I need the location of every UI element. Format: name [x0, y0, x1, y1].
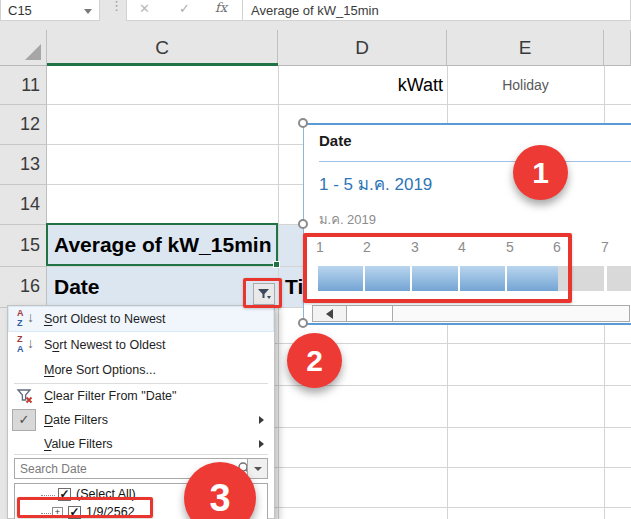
row-header-13[interactable]: 13 [0, 144, 40, 184]
menu-item-sort-newest[interactable]: ZA↓ Sort Newest to Oldest [8, 332, 274, 358]
insert-function-icon[interactable]: fx [215, 0, 227, 15]
checkmark-icon: ✓ [12, 409, 36, 431]
timeline-selected-range: 1 - 5 ม.ค. 2019 [319, 170, 432, 197]
row-header-11[interactable]: 11 [0, 66, 40, 104]
formula-text: Average of kW_15min [251, 3, 379, 18]
chevron-down-icon [254, 467, 262, 471]
menu-separator [14, 454, 268, 455]
cell-d11-kwatt[interactable]: kWatt [278, 66, 447, 104]
slicer-resize-handle[interactable] [298, 219, 308, 229]
sort-za-icon: ZA↓ [16, 334, 38, 356]
cancel-icon[interactable]: ✕ [139, 1, 150, 16]
annotation-rect-filter-button [243, 278, 282, 308]
timeline-scrollbar[interactable] [312, 305, 630, 322]
select-all-triangle-icon [25, 44, 41, 60]
column-header-e[interactable]: E [447, 30, 604, 65]
submenu-arrow-icon [259, 416, 264, 424]
annotation-badge-2: 2 [287, 333, 342, 388]
menu-item-sort-oldest[interactable]: AZ↓ Sort Oldest to Newest [8, 306, 274, 332]
row-header-16[interactable]: 16 [0, 266, 40, 307]
arrow-left-icon [326, 309, 333, 319]
cell-e11-holiday[interactable]: Holiday [447, 66, 604, 104]
clear-filter-icon [16, 387, 34, 408]
formula-bar-chrome: C15 ⋮ ✕ ✓ fx Average of kW_15min [0, 0, 631, 30]
menu-item-date-filters[interactable]: ✓ Date Filters [8, 408, 274, 432]
search-scope-dropdown[interactable] [247, 459, 267, 478]
menu-item-clear-filter[interactable]: Clear Filter From "Date" [8, 384, 274, 408]
timeline-scroll-thumb[interactable] [347, 306, 393, 321]
menu-item-value-filters[interactable]: Value Filters [8, 432, 274, 456]
annotation-rect-timeline-selection [303, 233, 572, 303]
column-header-c[interactable]: C [47, 30, 278, 65]
timeline-period-label: ม.ค. 2019 [319, 209, 376, 230]
select-all-corner[interactable] [0, 30, 47, 65]
row-header-15[interactable]: 15 [0, 224, 40, 266]
name-box-dropdown-icon[interactable] [84, 9, 92, 14]
column-headers: C D E [0, 30, 631, 66]
slicer-resize-handle[interactable] [298, 118, 308, 128]
gridline [47, 104, 631, 105]
tree-line [41, 495, 55, 496]
excel-window: C15 ⋮ ✕ ✓ fx Average of kW_15min C D E 1… [0, 0, 631, 519]
selected-column-indicator [47, 63, 278, 66]
formula-bar-grip-icon: ⋮ [110, 0, 123, 13]
name-box-value: C15 [8, 3, 32, 18]
timeline-divider [319, 161, 631, 162]
timeline-day-label[interactable]: 7 [601, 239, 609, 255]
fill-handle[interactable] [273, 261, 280, 268]
row-header-12[interactable]: 12 [0, 104, 40, 144]
formula-buttons: ✕ ✓ fx [126, 0, 243, 21]
sort-az-icon: AZ↓ [16, 308, 38, 330]
enter-icon[interactable]: ✓ [179, 1, 190, 16]
timeline-bar-unselected[interactable] [607, 266, 631, 291]
timeline-scroll-left-button[interactable] [313, 306, 347, 321]
slicer-resize-handle[interactable] [298, 318, 308, 328]
column-header-f[interactable] [604, 30, 631, 65]
annotation-badge-1: 1 [513, 145, 568, 200]
formula-input[interactable]: Average of kW_15min [242, 0, 631, 21]
annotation-rect-date-value [17, 497, 153, 518]
submenu-arrow-icon [259, 440, 264, 448]
menu-item-more-sort-options[interactable]: More Sort Options... [8, 358, 274, 382]
active-cell-border [46, 223, 278, 266]
timeline-title: Date [319, 132, 352, 149]
row-header-14[interactable]: 14 [0, 184, 40, 224]
column-header-d[interactable]: D [278, 30, 447, 65]
